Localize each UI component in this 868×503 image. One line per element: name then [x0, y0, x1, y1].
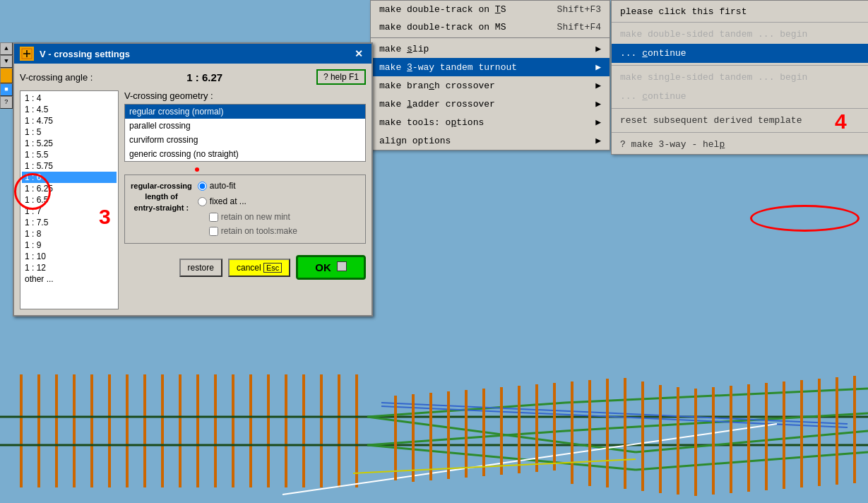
left-toolbar: ▲ ▼ ■ ? — [0, 42, 13, 109]
ratio-item-1-10[interactable]: 1 : 10 — [22, 251, 117, 262]
menu-item-label: make slip — [379, 44, 429, 54]
item-label: reset subsequent derived template — [620, 115, 802, 126]
item-label: make double-sided tandem ... begin — [620, 29, 807, 40]
ratio-item-other[interactable]: other ... — [22, 273, 117, 285]
menu-item-ladder-crossover[interactable]: make ladder crossover ▶ — [371, 95, 610, 113]
menu-item-tools-options[interactable]: make tools: options ▶ — [371, 113, 610, 131]
geometry-parallel[interactable]: parallel crossing — [125, 119, 365, 133]
side-panel-double-sided-begin[interactable]: make double-sided tandem ... begin — [612, 25, 868, 44]
ratio-list-container: 1 : 4 1 : 4.5 1 : 4.75 1 : 5 1 : 5.25 1 … — [20, 90, 119, 309]
radio-fixed-label: fixed at ... — [210, 196, 246, 206]
ratio-item-1-5-5[interactable]: 1 : 5.5 — [22, 149, 117, 160]
side-panel-single-sided-begin[interactable]: make single-sided tandem ... begin — [612, 68, 868, 87]
ratio-item-1-5[interactable]: 1 : 5 — [22, 126, 117, 138]
toolbar-up-btn[interactable]: ▲ — [0, 42, 13, 55]
submenu-arrow: ▶ — [595, 61, 601, 73]
geometry-regular[interactable]: regular crossing (normal) — [125, 105, 365, 119]
dialog-titlebar: V - crossing settings ✕ — [14, 44, 371, 64]
item-label: make single-sided tandem ... begin — [620, 72, 807, 83]
menu-item-3way-tandem[interactable]: make 3-way tandem turnout ▶ — [371, 58, 610, 76]
length-box: regular-crossinglength ofentry-straight … — [124, 174, 366, 244]
ratio-item-1-12[interactable]: 1 : 12 — [22, 262, 117, 273]
titlebar-left: V - crossing settings — [20, 47, 130, 61]
side-panel-sep-4 — [612, 132, 868, 133]
side-panel-title: please click this first — [612, 1, 868, 20]
ratio-item-1-8[interactable]: 1 : 8 — [22, 228, 117, 239]
geometry-list[interactable]: regular crossing (normal) parallel cross… — [124, 104, 366, 162]
menu-item-slip[interactable]: make slip ▶ — [371, 40, 610, 58]
dropdown-menu: make double-track on TS Shift+F3 make do… — [370, 0, 610, 150]
ratio-item-1-4-5[interactable]: 1 : 4.5 — [22, 104, 117, 115]
ok-label: OK — [315, 261, 331, 273]
cancel-esc-key: Esc — [263, 263, 282, 273]
restore-button[interactable]: restore — [179, 259, 222, 277]
length-options: auto-fit fixed at ... retain on new mint — [198, 181, 297, 237]
cancel-button[interactable]: cancel Esc — [228, 259, 290, 277]
dialog-icon — [20, 47, 34, 61]
dialog-body: V-crossing angle : 1 : 6.27 ? help F1 1 … — [14, 64, 371, 315]
checkbox-retain-tools-option: retain on tools:make — [209, 226, 297, 236]
dialog-main: 1 : 4 1 : 4.5 1 : 4.75 1 : 5 1 : 5.25 1 … — [20, 90, 366, 309]
checkbox-retain-new[interactable] — [209, 213, 218, 222]
help-button[interactable]: ? help F1 — [316, 69, 366, 85]
vcrossing-dialog: V - crossing settings ✕ V-crossing angle… — [13, 42, 373, 316]
side-panel-sep-3 — [612, 108, 868, 109]
ratio-item-1-5-25[interactable]: 1 : 5.25 — [22, 138, 117, 149]
toolbar-icon1[interactable] — [0, 68, 13, 83]
menu-item-label: make double-track on TS — [379, 4, 506, 15]
submenu-arrow: ▶ — [595, 98, 601, 110]
side-panel-sep-2 — [612, 65, 868, 66]
side-panel-sep-1 — [612, 22, 868, 23]
menu-item-label: make branch crossover — [379, 81, 495, 91]
ratio-item-1-6[interactable]: 1 : 6 — [22, 172, 117, 183]
menu-item-branch-crossover[interactable]: make branch crossover ▶ — [371, 76, 610, 95]
submenu-arrow: ▶ — [595, 80, 601, 91]
side-panel-title-text: please click this first — [620, 6, 747, 17]
checkbox-retain-tools[interactable] — [209, 227, 218, 236]
ratio-list[interactable]: 1 : 4 1 : 4.5 1 : 4.75 1 : 5 1 : 5.25 1 … — [20, 90, 119, 309]
ratio-item-1-5-75[interactable]: 1 : 5.75 — [22, 160, 117, 172]
item-label: ? make 3-way - help — [620, 139, 725, 150]
ratio-item-1-6-5[interactable]: 1 : 6.5 — [22, 194, 117, 206]
side-panel-reset-template[interactable]: reset subsequent derived template — [612, 111, 868, 130]
toolbar-icon2[interactable]: ■ — [0, 83, 13, 96]
annotation-label-3: 3 — [99, 205, 111, 229]
vcrossing-ratio: 1 : 6.27 — [186, 71, 222, 83]
ok-button[interactable]: OK — [296, 255, 366, 280]
side-panel: please click this first make double-side… — [611, 0, 868, 155]
submenu-arrow: ▶ — [595, 135, 601, 146]
radio-fixed[interactable] — [198, 197, 207, 206]
side-panel-single-sided-continue[interactable]: ... continue — [612, 87, 868, 106]
toolbar-icon3[interactable]: ? — [0, 96, 13, 109]
checkbox-retain-new-option: retain on new mint — [209, 212, 297, 222]
submenu-arrow: ▶ — [595, 117, 601, 128]
geometry-curviform[interactable]: curviform crossing — [125, 133, 365, 147]
radio-autofit-label[interactable]: auto-fit — [210, 181, 236, 191]
annotation-label-4: 4 — [835, 110, 847, 134]
toolbar-down-btn[interactable]: ▼ — [0, 55, 13, 68]
ratio-item-1-4[interactable]: 1 : 4 — [22, 93, 117, 104]
geometry-label: V-crossing geometry : — [124, 90, 366, 101]
right-panel: V-crossing geometry : regular crossing (… — [124, 90, 366, 309]
side-panel-help[interactable]: ? make 3-way - help — [612, 135, 868, 154]
checkbox-retain-new-label: retain on new mint — [221, 212, 290, 222]
cancel-label: cancel — [237, 263, 261, 273]
item-label: ... continue — [620, 91, 686, 102]
ok-checkbox — [337, 261, 347, 271]
side-panel-double-sided-continue[interactable]: ... continue — [612, 44, 868, 63]
red-dot-indicator — [195, 167, 199, 172]
ratio-item-1-4-75[interactable]: 1 : 4.75 — [22, 115, 117, 126]
dialog-footer: restore cancel Esc OK — [124, 251, 366, 280]
close-button[interactable]: ✕ — [352, 48, 366, 59]
menu-separator-1 — [371, 37, 610, 38]
menu-item-double-track-ts[interactable]: make double-track on TS Shift+F3 — [371, 1, 610, 18]
menu-item-label: make double-track on MS — [379, 22, 506, 32]
geometry-generic[interactable]: generic crossing (no straight) — [125, 147, 365, 161]
menu-item-align-options[interactable]: align options ▶ — [371, 131, 610, 150]
ratio-item-1-9[interactable]: 1 : 9 — [22, 239, 117, 251]
radio-autofit[interactable] — [198, 182, 207, 191]
menu-item-double-track-ms[interactable]: make double-track on MS Shift+F4 — [371, 18, 610, 36]
checkbox-retain-tools-label: retain on tools:make — [221, 226, 297, 236]
ratio-item-1-6-25[interactable]: 1 : 6.25 — [22, 183, 117, 194]
radio-autofit-option: auto-fit — [198, 181, 297, 191]
